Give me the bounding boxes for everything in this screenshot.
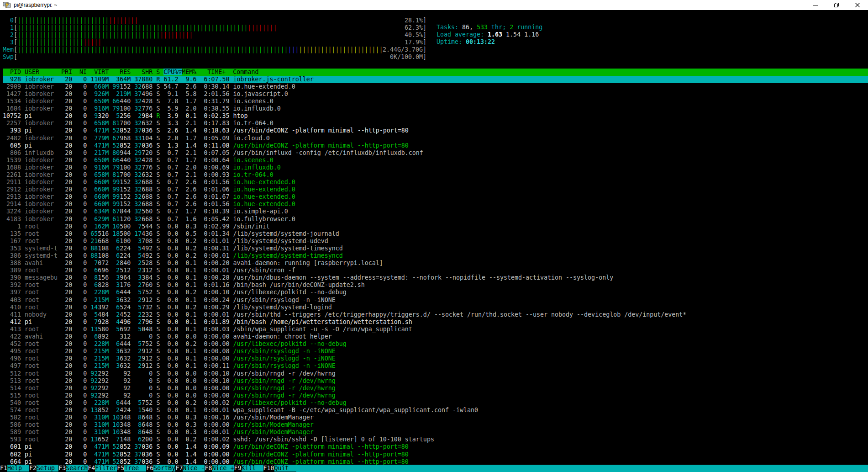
process-row[interactable]: 589 root 20 0 310M 10348 8648 S 0.0 0.3 … (3, 429, 868, 436)
process-row[interactable]: 4183 iobroker 20 0 629M 61120 32668 S 0.… (3, 216, 868, 223)
process-row[interactable]: 1684 iobroker 20 0 916M 79100 32776 S 5.… (3, 105, 868, 112)
process-row[interactable]: 2912 iobroker 20 0 660M 99152 32688 S 0.… (3, 186, 868, 193)
fn-f8-button[interactable]: F8Nice + (205, 465, 234, 472)
uptime-line: Uptime: 00:13:22 (437, 38, 542, 46)
process-row[interactable]: 1534 iobroker 20 0 650M 66440 32428 S 7.… (3, 98, 868, 105)
process-row[interactable]: 135 root 20 0 65516 18500 17436 S 0.0 0.… (3, 230, 868, 238)
process-row[interactable]: 540 root 20 0 228M 6444 5752 S 0.0 0.2 0… (3, 399, 868, 407)
fn-f2-button[interactable]: F2Setup (29, 465, 58, 472)
process-row[interactable]: 411 nobody 20 0 5484 2452 2232 S 0.0 0.1… (3, 311, 868, 318)
putty-icon (3, 1, 11, 9)
process-row[interactable]: 513 root 20 0 92292 92 0 S 0.0 0.0 0:00.… (3, 377, 868, 385)
process-row[interactable]: 390 messagebu 20 0 8156 3964 3384 S 0.0 … (3, 274, 868, 281)
fn-f4-button[interactable]: F4Filter (88, 465, 117, 472)
meter-value: 40.5% (405, 32, 423, 39)
process-row[interactable]: 602 pi 20 0 471M 52852 37036 S 0.0 1.4 0… (3, 451, 868, 458)
process-row[interactable]: 397 root 20 0 228M 6444 5752 S 0.0 0.2 0… (3, 289, 868, 296)
minimize-button[interactable] (805, 0, 826, 10)
tasks-line: Tasks: 86, 533 thr; 2 running (437, 24, 542, 31)
meter-0: 0[|||||||||||||||||||||||||||||||||28.1%… (3, 17, 868, 24)
process-row[interactable]: 393 pi 20 0 471M 52852 37036 S 2.6 1.4 0… (3, 127, 868, 134)
process-row[interactable]: 3224 iobroker 20 0 634M 67844 32560 S 0.… (3, 208, 868, 215)
process-row[interactable]: 2913 iobroker 20 0 660M 99152 32688 S 0.… (3, 193, 868, 201)
process-row[interactable]: 2911 iobroker 20 0 660M 99152 32688 S 0.… (3, 179, 868, 186)
fn-f6-button[interactable]: F6SortBy (146, 465, 175, 472)
process-row[interactable]: 497 root 20 0 215M 3632 2912 S 0.0 0.1 0… (3, 362, 868, 370)
fn-f1-button[interactable]: F1Help (0, 465, 29, 472)
process-row[interactable]: 515 root 20 0 92292 92 0 S 0.0 0.0 0:00.… (3, 392, 868, 399)
fn-f5-button[interactable]: F5Tree (117, 465, 146, 472)
fn-f9-button[interactable]: F9Kill (234, 465, 263, 472)
process-row[interactable]: 386 systemd-t 20 0 88108 6224 5492 S 0.0… (3, 252, 868, 260)
summary-panel: Tasks: 86, 533 thr; 2 runningLoad averag… (437, 24, 542, 46)
process-row[interactable]: 410 root 20 0 14392 6524 5732 S 0.0 0.2 … (3, 304, 868, 311)
process-row[interactable]: 496 root 20 0 215M 3632 2912 S 0.0 0.1 0… (3, 355, 868, 362)
process-row[interactable]: 452 root 20 0 228M 6444 5752 S 0.0 0.2 0… (3, 340, 868, 348)
process-row[interactable]: 2482 iobroker 20 0 779M 67968 33104 S 2.… (3, 135, 868, 142)
process-row[interactable]: 388 avahi 20 0 7072 2840 2528 S 0.0 0.1 … (3, 260, 868, 267)
function-key-bar: F1Help F2Setup F3SearchF4FilterF5Tree F6… (0, 465, 868, 472)
process-row[interactable]: 353 systemd-t 20 0 88108 6224 5492 S 0.0… (3, 245, 868, 252)
fn-f10-button[interactable]: F10Quit (263, 465, 296, 472)
cpu-mem-meters: 0[|||||||||||||||||||||||||||||||||28.1%… (3, 17, 868, 61)
process-row[interactable]: 601 pi 20 0 471M 52852 37036 S 0.0 1.4 0… (3, 443, 868, 451)
terminal: 0[|||||||||||||||||||||||||||||||||28.1%… (0, 10, 868, 472)
process-row[interactable]: 593 root 20 0 13652 7148 6200 S 0.0 0.2 … (3, 436, 868, 443)
process-row[interactable]: 389 root 20 0 6696 2512 2312 S 0.0 0.1 0… (3, 267, 868, 274)
meter-value: 17.9% (405, 39, 423, 46)
process-row[interactable]: 413 root 20 0 13580 5692 5048 S 0.0 0.1 … (3, 326, 868, 333)
process-row[interactable]: 412 pi 20 0 7928 4496 2796 S 0.0 0.1 0:0… (3, 318, 868, 326)
meter-mem: Mem[||||||||||||||||||||||||||||||||||||… (3, 46, 868, 53)
fn-f3-button[interactable]: F3Search (58, 465, 88, 472)
process-row[interactable]: 167 root 20 0 21668 6100 3708 S 0.0 0.2 … (3, 238, 868, 245)
process-row[interactable]: 495 root 20 0 215M 3632 2912 S 0.0 0.1 0… (3, 348, 868, 355)
sort-column-cpu: CPU%▽ (163, 69, 182, 75)
process-row[interactable]: 928 iobroker 20 0 1109M 364M 37880 R 61.… (3, 76, 868, 83)
process-row[interactable]: 2257 iobroker 20 0 658M 81700 32632 S 3.… (3, 120, 868, 127)
process-row[interactable]: 10752 pi 20 0 9320 5256 2984 R 3.9 0.1 0… (3, 112, 868, 120)
process-row[interactable]: 582 root 20 0 310M 10348 8648 S 0.0 0.3 … (3, 414, 868, 421)
close-button[interactable] (847, 0, 868, 10)
process-row[interactable]: 514 root 20 0 92292 92 0 S 0.0 0.0 0:00.… (3, 385, 868, 392)
process-row[interactable]: 806 influxdb 20 0 217M 80944 29720 S 0.7… (3, 149, 868, 157)
process-row[interactable]: 392 root 20 0 6828 3176 2760 S 0.0 0.1 0… (3, 281, 868, 289)
load-average-line: Load average: 1.63 1.54 1.16 (437, 31, 542, 38)
title-bar: pi@raspberrypi: ~ (0, 0, 868, 10)
meter-value: 28.1% (405, 17, 423, 24)
meter-value: 62.3% (405, 24, 423, 32)
window-controls (805, 0, 868, 10)
process-row[interactable]: 422 avahi 20 0 6892 312 0 S 0.0 0.0 0:00… (3, 333, 868, 340)
process-row[interactable]: 605 pi 20 0 471M 52852 37036 S 1.3 1.4 0… (3, 142, 868, 149)
meter-1: 1[||||||||||||||||||||||||||||||||||||||… (3, 24, 868, 32)
process-table-header[interactable]: PID USER PRI NI VIRT RES SHR S CPU%▽MEM%… (3, 69, 868, 76)
process-row[interactable]: 1539 iobroker 20 0 650M 66440 32428 S 0.… (3, 157, 868, 164)
process-row[interactable]: 1427 iobroker 20 0 926M 219M 37496 S 9.1… (3, 90, 868, 98)
process-row[interactable]: 2261 iobroker 20 0 658M 81700 32632 S 0.… (3, 171, 868, 179)
meter-value: 2.44G/3.70G (383, 46, 423, 53)
meter-value: 0K/100.0M (390, 53, 423, 61)
process-row[interactable]: 2909 iobroker 20 0 660M 99152 32688 S 54… (3, 83, 868, 90)
window-title: pi@raspberrypi: ~ (14, 2, 805, 8)
process-row[interactable]: 512 root 20 0 92292 92 0 S 0.0 0.0 0:00.… (3, 370, 868, 377)
process-row[interactable]: 574 root 20 0 13852 2424 1540 S 0.0 0.1 … (3, 407, 868, 414)
meter-3: 3[|||||||||||||||||||||||17.9%] (3, 39, 868, 46)
restore-button[interactable] (826, 0, 847, 10)
process-row[interactable]: 1688 iobroker 20 0 916M 79100 32776 S 0.… (3, 164, 868, 171)
process-row[interactable]: 1 root 20 0 162M 10500 7544 S 0.0 0.3 0:… (3, 223, 868, 230)
process-row[interactable]: 2914 iobroker 20 0 660M 99152 32688 S 0.… (3, 201, 868, 208)
meter-swp: Swp[0K/100.0M] (3, 53, 868, 61)
fnbar-filler (296, 465, 868, 472)
process-row[interactable]: 586 root 20 0 310M 10348 8648 S 0.0 0.3 … (3, 421, 868, 429)
fn-f7-button[interactable]: F7Nice - (175, 465, 205, 472)
process-row[interactable]: 403 root 20 0 215M 3632 2912 S 0.0 0.1 0… (3, 297, 868, 304)
process-table: 928 iobroker 20 0 1109M 364M 37880 R 61.… (3, 76, 868, 466)
meter-2: 2[||||||||||||||||||||||||||||||||||||||… (3, 32, 868, 39)
